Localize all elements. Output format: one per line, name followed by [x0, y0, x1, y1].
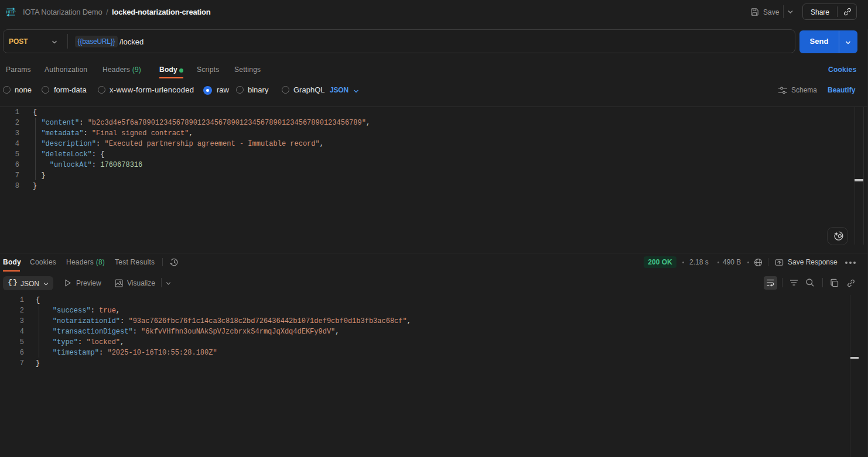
svg-text:HTTP: HTTP [6, 10, 16, 14]
